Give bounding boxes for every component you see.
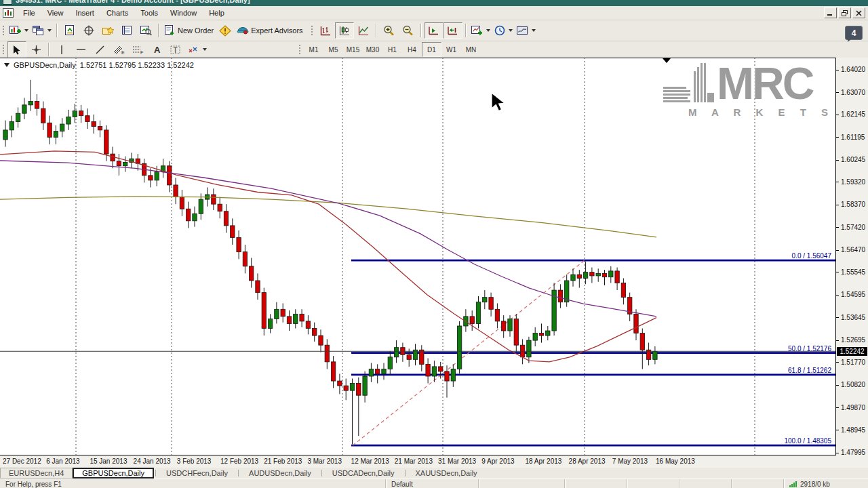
menu-item-help[interactable]: Help xyxy=(203,7,231,18)
fibonacci-tool-button[interactable]: F xyxy=(128,41,147,58)
timeframe-button-d1[interactable]: D1 xyxy=(422,42,441,57)
dropdown-caret xyxy=(532,29,536,32)
data-window-button[interactable] xyxy=(79,22,98,39)
crosshair-tool-button[interactable] xyxy=(26,41,45,58)
toolbar-grip[interactable] xyxy=(2,43,5,56)
line-chart-button[interactable] xyxy=(354,22,373,39)
metaeditor-button[interactable] xyxy=(216,22,235,39)
crosshair-icon xyxy=(31,45,41,55)
timeframe-button-m1[interactable]: M1 xyxy=(304,42,323,57)
tab-divider xyxy=(238,470,239,476)
minimize-button[interactable] xyxy=(824,7,837,18)
svg-text:T: T xyxy=(174,46,178,54)
close-button[interactable] xyxy=(852,7,865,18)
chart-tab-eurusdecn-h4[interactable]: EURUSDecn,H4 xyxy=(0,468,73,479)
terminal-icon xyxy=(121,25,132,36)
dropdown-caret xyxy=(47,29,52,32)
chevron-down-icon xyxy=(4,63,9,67)
terminal-button[interactable] xyxy=(117,22,136,39)
candlestick-chart-button[interactable] xyxy=(335,22,354,39)
new-order-label: New Order xyxy=(178,26,214,35)
menu-item-insert[interactable]: Insert xyxy=(69,7,100,18)
toolbar-grip[interactable] xyxy=(311,24,314,37)
toolbar-grip[interactable] xyxy=(298,43,302,56)
profiles-button[interactable] xyxy=(31,22,54,39)
chart-symbol-label: GBPUSDecn,Daily 1.52751 1.52795 1.52233 … xyxy=(4,61,194,69)
date-tick-label: 6 Jan 2013 xyxy=(46,458,80,465)
date-tick-label: 24 Jan 2013 xyxy=(134,458,171,465)
menu-item-window[interactable]: Window xyxy=(164,7,203,18)
bar-chart-button[interactable] xyxy=(316,22,335,39)
chart-tab-gbpusdecn-daily[interactable]: GBPUSDecn,Daily xyxy=(73,468,154,479)
menu-item-view[interactable]: View xyxy=(41,7,70,18)
timeframe-button-m15[interactable]: M15 xyxy=(343,42,363,57)
timeframe-button-m30[interactable]: M30 xyxy=(363,42,382,57)
zoom-in-button[interactable] xyxy=(380,22,399,39)
timeframe-button-h1[interactable]: H1 xyxy=(382,42,402,57)
auto-scroll-button[interactable] xyxy=(425,22,443,39)
text-label-tool-button[interactable]: T xyxy=(166,41,185,58)
equidistant-channel-tool-button[interactable]: E xyxy=(109,41,128,58)
dropdown-caret xyxy=(486,29,490,32)
date-tick-label: 16 May 2013 xyxy=(656,458,695,465)
periods-button[interactable] xyxy=(492,22,515,39)
timeframe-button-m5[interactable]: M5 xyxy=(323,42,343,57)
price-tick-label: 1.56470 xyxy=(841,246,865,253)
restore-button[interactable] xyxy=(838,7,851,18)
chart-tab-usdchfecn-daily[interactable]: USDCHFecn,Daily xyxy=(157,468,237,479)
arrows-tool-button[interactable] xyxy=(185,41,209,58)
toolbar-separator xyxy=(158,24,159,37)
toolbar-grip[interactable] xyxy=(2,24,5,37)
zoom-out-button[interactable] xyxy=(399,22,418,39)
new-order-button[interactable]: New Order xyxy=(162,22,216,39)
indicators-button[interactable] xyxy=(469,22,492,39)
horizontal-line-tool-button[interactable] xyxy=(71,41,90,58)
templates-button[interactable] xyxy=(515,22,538,39)
market-watch-button[interactable] xyxy=(60,22,79,39)
periods-icon xyxy=(494,25,505,36)
title-bar[interactable]: 394531: MRC - MetaTrader 4 - Demo Accoun… xyxy=(0,0,868,6)
watermark-subtitle: M A R K E T S xyxy=(663,106,834,118)
menu-item-tools[interactable]: Tools xyxy=(134,7,164,18)
price-tick-label: 1.60245 xyxy=(841,156,865,163)
arrow-objects-icon xyxy=(187,45,199,55)
expert-advisors-button[interactable]: Expert Advisors xyxy=(235,22,304,39)
cursor-icon xyxy=(13,45,21,55)
price-tick-label: 1.54595 xyxy=(841,291,865,298)
toolbar-separator xyxy=(465,24,467,37)
timeframe-button-mn[interactable]: MN xyxy=(461,42,481,57)
chart-shift-button[interactable] xyxy=(443,22,462,39)
chart-area: MRC M A R K E T S 0.0 / 1.5604750.0 / 1.… xyxy=(0,58,868,455)
strategy-tester-button[interactable] xyxy=(136,22,155,39)
toolbar-separator xyxy=(56,24,58,37)
dropdown-caret xyxy=(24,29,28,32)
trendline-tool-button[interactable] xyxy=(90,41,109,58)
status-cell xyxy=(479,479,565,488)
current-price-box: 1.52242 xyxy=(837,347,867,356)
timeframe-button-w1[interactable]: W1 xyxy=(441,42,461,57)
chart-tab-audusdecn-daily[interactable]: AUDUSDecn,Daily xyxy=(240,468,320,479)
navigator-button[interactable] xyxy=(98,22,117,39)
text-tool-button[interactable]: A xyxy=(147,41,166,58)
chart-tab-usdcadecn-daily[interactable]: USDCADecn,Daily xyxy=(323,468,403,479)
price-tick-mark xyxy=(836,137,839,138)
text-label-icon: T xyxy=(170,45,181,55)
line-studies-toolbar: E F A T M1M5M15M30H1H4D1W1MN xyxy=(0,41,868,58)
vertical-line-tool-button[interactable] xyxy=(52,41,71,58)
price-tick-label: 1.52695 xyxy=(841,336,865,344)
status-bar: For Help, press F1 Default 2918/0 kb xyxy=(0,479,868,488)
price-tick-label: 1.61195 xyxy=(841,134,865,141)
price-tick-mark xyxy=(836,250,839,251)
price-axis[interactable]: 1.640201.630701.621451.611951.602451.593… xyxy=(836,58,868,455)
metaeditor-icon xyxy=(219,25,231,37)
menu-item-file[interactable]: File xyxy=(17,7,41,18)
new-chart-button[interactable] xyxy=(7,22,31,39)
timeframe-button-h4[interactable]: H4 xyxy=(402,42,422,57)
cursor-tool-button[interactable] xyxy=(7,41,26,58)
status-profile[interactable]: Default xyxy=(386,479,479,488)
menu-item-charts[interactable]: Charts xyxy=(100,7,134,18)
chart-tab-xauusdecn-daily[interactable]: XAUUSDecn,Daily xyxy=(407,468,486,479)
price-tick-mark xyxy=(836,92,839,93)
date-axis[interactable]: 27 Dec 20126 Jan 201315 Jan 201324 Jan 2… xyxy=(0,455,868,468)
price-tick-label: 1.57420 xyxy=(841,224,865,231)
